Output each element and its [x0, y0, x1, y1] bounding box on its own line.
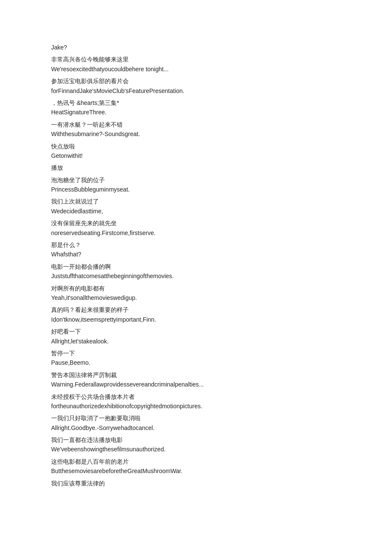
- chinese-line-12: 对啊所有的电影都有: [51, 284, 341, 293]
- english-line-18: Allright.Goodbye.-Sorrywehadtocancel.: [51, 423, 341, 433]
- chinese-line-3: ，热讯号 &hearts;第三集*: [51, 98, 341, 108]
- english-line-1: We'resoexcitedthatyoucouldbehere tonight…: [51, 64, 341, 74]
- chinese-line-10: 那是什么？: [51, 240, 341, 250]
- chinese-line-4: 一有潜水艇？一听起来不错: [51, 120, 341, 129]
- english-line-15: Pause,Beemo.: [51, 358, 341, 367]
- standalone-line-21: 我们应该尊重法律的: [51, 479, 341, 488]
- chinese-line-9: 没有保留座先来的就先坐: [51, 218, 341, 228]
- chinese-line-7: 泡泡糖坐了我的位子: [51, 175, 341, 185]
- english-line-8: Wedecidedlasttime,: [51, 206, 341, 216]
- standalone-line-6: 播放: [51, 163, 341, 172]
- english-line-11: Juststuffthatcomesatthebeginningofthemov…: [51, 271, 341, 281]
- english-line-7: PrincessBubbleguminmyseat.: [51, 185, 341, 194]
- english-line-9: noreservedseating.Firstcome,firstserve.: [51, 228, 341, 238]
- english-line-3: HeatSignatureThree.: [51, 108, 341, 117]
- english-line-17: fortheunauthorizedexhibitionofcopyrighte…: [51, 401, 341, 411]
- standalone-line-0: Jake?: [51, 43, 341, 52]
- english-line-4: Withthesubmarine?-Soundsgreat.: [51, 129, 341, 139]
- english-line-2: forFinnandJake'sMovieClub'sFeaturePresen…: [51, 86, 341, 96]
- chinese-line-19: 我们一直都在违法播放电影: [51, 435, 341, 445]
- chinese-line-8: 我们上次就说过了: [51, 197, 341, 206]
- chinese-line-16: 警告本国法律将严厉制裁: [51, 370, 341, 380]
- chinese-line-20: 这些电影都是八百年前的老片: [51, 457, 341, 466]
- english-line-5: Getonwithit!: [51, 151, 341, 160]
- chinese-line-15: 暂停一下: [51, 349, 341, 358]
- chinese-line-17: 未经授权于公共场合播放本片者: [51, 392, 341, 401]
- main-content: Jake?非常高兴各位今晚能够来这里We'resoexcitedthatyouc…: [0, 9, 392, 525]
- chinese-line-2: 参加活宝电影俱乐部的看片会: [51, 76, 341, 86]
- english-line-19: We'vebeenshowingthesefilmsunauthorized.: [51, 445, 341, 454]
- english-line-14: Allright,let'stakealook.: [51, 337, 341, 346]
- english-line-13: Idon'tknow,itseemsprettyimportant,Finn.: [51, 315, 341, 324]
- english-line-16: Warning.Federallawprovidessevereandcrimi…: [51, 380, 341, 389]
- chinese-line-14: 好吧看一下: [51, 327, 341, 336]
- chinese-line-18: 一我们只好取消了一抱歉要取消啦: [51, 413, 341, 423]
- chinese-line-1: 非常高兴各位今晚能够来这里: [51, 55, 341, 64]
- english-line-10: Whafsthat?: [51, 250, 341, 259]
- chinese-line-5: 快点放啦: [51, 142, 341, 151]
- chinese-line-13: 真的吗？看起来很重要的样子: [51, 305, 341, 314]
- english-line-12: Yeah,it'sonallthemovieswedigup.: [51, 293, 341, 302]
- chinese-line-11: 电影一开始都会播的啊: [51, 262, 341, 271]
- english-line-20: ButthesemoviesarebeforetheGreatMushroomW…: [51, 466, 341, 476]
